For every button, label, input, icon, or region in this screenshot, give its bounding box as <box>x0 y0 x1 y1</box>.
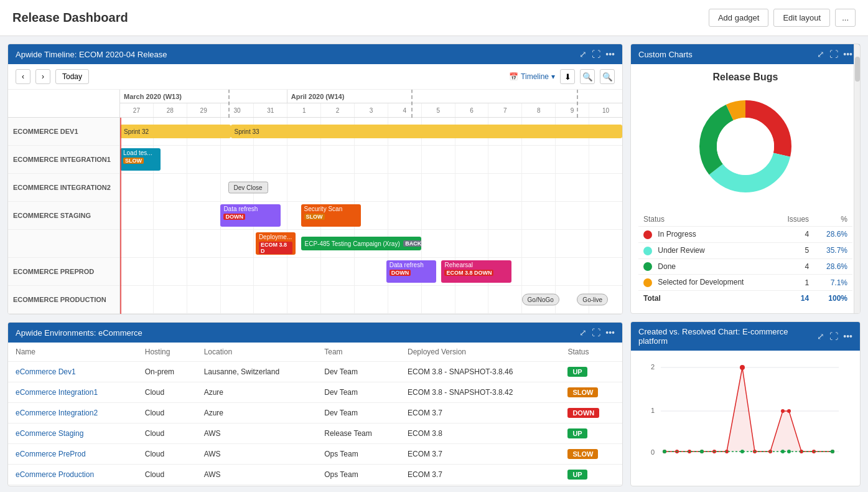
svg-text:0: 0 <box>651 448 655 456</box>
day-31: 31 <box>254 103 287 117</box>
add-gadget-button[interactable]: Add gadget <box>709 9 769 27</box>
timeline-header-actions: ⤢ ⛶ ••• <box>579 49 615 59</box>
env-name: eCommerce PreProd <box>8 444 138 465</box>
env-table-row: eCommerce PreProd Cloud AWS Ops Team ECO… <box>8 444 622 465</box>
legend-total-pct: 100% <box>814 291 852 306</box>
main-content: Apwide Timeline: ECOM 2020-04 Release ⤢ … <box>0 36 868 492</box>
day-4: 4 <box>388 103 422 117</box>
edit-layout-button[interactable]: Edit layout <box>773 9 830 27</box>
gantt-rows: Sprint 32 Sprint 33 <box>120 118 622 314</box>
gantt-row-2-cells <box>120 174 622 201</box>
gantt-label-staging: ECOMMERCE STAGING <box>8 202 119 230</box>
legend-color-dot <box>643 230 652 239</box>
day-10: 10 <box>589 103 622 117</box>
gantt-row-0: Sprint 32 Sprint 33 <box>120 118 622 146</box>
gantt-row-1-cells <box>120 146 622 173</box>
env-version: ECOM 3.8 - SNAPSHOT-3.8.46 <box>400 362 560 382</box>
environments-gadget-title: Apwide Environments: eCommerce <box>16 328 142 338</box>
security-scan-bar[interactable]: Security Scan SLOW <box>301 204 362 227</box>
timeline-gadget-title: Apwide Timeline: ECOM 2020-04 Release <box>16 50 167 59</box>
status-badge: DOWN <box>567 408 599 418</box>
next-btn[interactable]: › <box>35 69 50 84</box>
legend-col-issues: Issues <box>775 212 814 227</box>
env-name: eCommerce Dev1 <box>8 362 138 382</box>
data-refresh-bar[interactable]: Data refresh DOWN <box>220 204 281 227</box>
env-expand-icon[interactable]: ⛶ <box>592 328 600 338</box>
line-options-icon[interactable]: ••• <box>843 331 852 341</box>
move-icon[interactable]: ⤢ <box>579 49 587 59</box>
deployment-bar[interactable]: Deployme... ECOM 3.8 D <box>256 232 296 255</box>
env-move-icon[interactable]: ⤢ <box>579 328 587 338</box>
line-move-icon[interactable]: ⤢ <box>817 331 824 341</box>
status-badge: UP <box>567 367 587 377</box>
col-hosting: Hosting <box>138 343 197 362</box>
header-actions: Add gadget Edit layout ... <box>709 9 856 27</box>
created-line <box>665 367 833 452</box>
gantt-row-5: Data refresh DOWN Rehearsal ECOM 3.8 DOW… <box>120 258 622 286</box>
env-status: SLOW <box>560 444 622 465</box>
env-status: DOWN <box>560 403 622 423</box>
resolved-point-1 <box>663 450 666 453</box>
timeline-view-btn[interactable]: 📅 Timeline ▾ <box>509 72 555 81</box>
env-team: Release Team <box>317 423 400 444</box>
load-test-bar[interactable]: Load tes... SLOW <box>120 148 161 171</box>
dev-close-line <box>228 90 230 118</box>
options-icon[interactable]: ••• <box>605 49 615 59</box>
env-team: Ops Team <box>317 465 400 485</box>
scrollbar[interactable] <box>854 44 860 313</box>
legend-pct: 35.7% <box>814 242 852 258</box>
ecp-485-bar[interactable]: ECP-485 Testing Campaign (Xray) BACKLOG <box>301 237 422 250</box>
dev-close-milestone[interactable]: Dev Close <box>228 182 268 194</box>
resolved-point-6 <box>831 450 834 453</box>
charts-expand-icon[interactable]: ⛶ <box>829 49 838 59</box>
deadline-line-2 <box>577 90 578 118</box>
legend-body: In Progress 4 28.6% Under Review 5 35.7%… <box>638 227 852 291</box>
env-version: ECOM 3.7 <box>400 465 560 485</box>
preprod-data-refresh-bar[interactable]: Data refresh DOWN <box>386 260 437 283</box>
environments-gadget: Apwide Environments: eCommerce ⤢ ⛶ ••• N… <box>7 322 623 486</box>
donut-wrapper <box>638 90 852 202</box>
dropdown-icon: ▾ <box>551 72 555 81</box>
line-expand-icon[interactable]: ⛶ <box>829 331 838 341</box>
line-chart-svg: 2 1 0 <box>638 358 852 458</box>
charts-options-icon[interactable]: ••• <box>843 49 852 59</box>
sprint33-bar[interactable]: Sprint 33 <box>231 125 622 138</box>
download-btn[interactable]: ⬇ <box>560 69 575 84</box>
expand-icon[interactable]: ⛶ <box>592 49 600 59</box>
day-8: 8 <box>522 103 556 117</box>
timeline-icon: 📅 <box>509 72 518 81</box>
gantt-row-2: Dev Close <box>120 174 622 202</box>
sprint32-bar[interactable]: Sprint 32 <box>120 125 231 138</box>
env-name: eCommerce Staging <box>8 423 138 444</box>
rehearsal-bar[interactable]: Rehearsal ECOM 3.8 DOWN <box>441 260 511 283</box>
gantt-label-empty <box>8 230 119 258</box>
zoom-in-btn[interactable]: 🔍 <box>600 69 615 84</box>
resolved-point-5 <box>787 450 791 453</box>
env-name: eCommerce Integration2 <box>8 403 138 423</box>
golive-milestone[interactable]: Go-live <box>577 294 608 306</box>
donut-chart-title: Release Bugs <box>638 72 852 83</box>
legend-status: Under Review <box>638 242 775 258</box>
created-point-9 <box>781 409 785 413</box>
day-30: 30 <box>221 103 254 117</box>
env-hosting: Cloud <box>138 382 197 403</box>
legend-total-row: Total 14 100% <box>638 291 852 306</box>
scrollbar-thumb[interactable] <box>855 57 860 82</box>
created-point-10 <box>787 409 791 413</box>
day-28: 28 <box>154 103 187 117</box>
gantt-labels: ECOMMERCE DEV1 ECOMMERCE INTEGRATION1 EC… <box>8 90 120 314</box>
page-header: Release Dashboard Add gadget Edit layout… <box>0 0 868 36</box>
gonogo-milestone[interactable]: Go/NoGo <box>522 294 559 306</box>
legend-status: Done <box>638 258 775 275</box>
charts-move-icon[interactable]: ⤢ <box>817 49 824 59</box>
zoom-out-btn[interactable]: 🔍 <box>580 69 595 84</box>
more-options-button[interactable]: ... <box>835 9 856 27</box>
day-7: 7 <box>488 103 522 117</box>
prev-btn[interactable]: ‹ <box>16 69 30 84</box>
env-table-row: eCommerce Production Cloud AWS Ops Team … <box>8 465 622 485</box>
gantt-chart-area: March 2020 (W13) April 2020 (W14) 27 28 … <box>120 90 622 314</box>
env-options-icon[interactable]: ••• <box>605 328 615 338</box>
day-29: 29 <box>187 103 221 117</box>
day-3: 3 <box>355 103 388 117</box>
today-btn[interactable]: Today <box>55 69 89 84</box>
